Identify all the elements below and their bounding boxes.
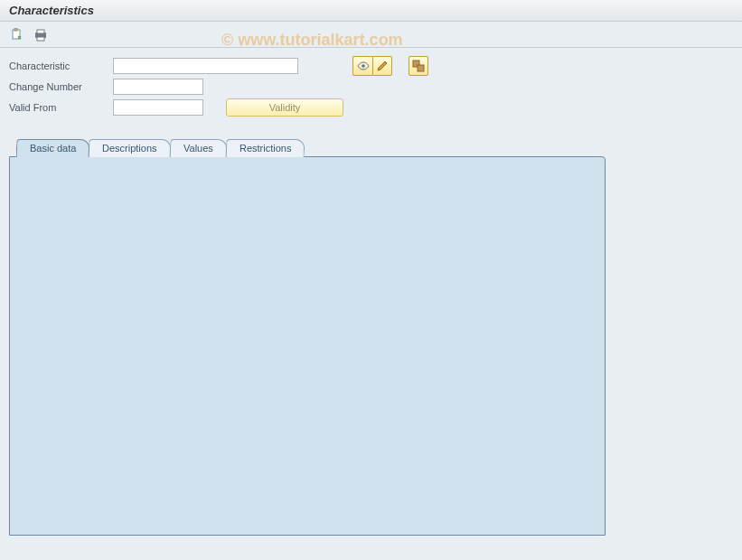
tab-row: Basic data Descriptions Values Restricti… — [9, 139, 733, 157]
display-change-group — [352, 56, 392, 76]
form-area: Characteristic Change Number — [0, 48, 742, 123]
svg-rect-4 — [37, 37, 44, 41]
tab-descriptions[interactable]: Descriptions — [89, 139, 171, 157]
page-title: Characteristics — [9, 4, 94, 17]
print-icon[interactable] — [33, 27, 49, 43]
characteristic-label: Characteristic — [9, 61, 113, 71]
svg-rect-7 — [418, 65, 424, 71]
app-toolbar — [0, 22, 742, 48]
tabstrip: Basic data Descriptions Values Restricti… — [9, 139, 733, 536]
svg-point-5 — [362, 64, 365, 68]
characteristic-input[interactable] — [113, 58, 298, 74]
tab-basic-data[interactable]: Basic data — [16, 139, 90, 157]
valid-from-input[interactable] — [113, 99, 203, 116]
tab-restrictions[interactable]: Restrictions — [225, 139, 305, 157]
other-button[interactable] — [409, 56, 428, 76]
change-number-input[interactable] — [113, 79, 203, 95]
svg-rect-1 — [14, 28, 17, 31]
change-button[interactable] — [372, 56, 392, 76]
tab-content — [9, 156, 606, 536]
title-bar: Characteristics — [0, 0, 742, 22]
create-icon[interactable] — [9, 27, 25, 43]
svg-rect-3 — [37, 30, 44, 33]
valid-from-label: Valid From — [9, 102, 113, 113]
change-number-label: Change Number — [9, 81, 113, 92]
validity-button[interactable]: Validity — [226, 98, 343, 117]
tab-values[interactable]: Values — [170, 139, 228, 157]
display-button[interactable] — [352, 56, 372, 76]
